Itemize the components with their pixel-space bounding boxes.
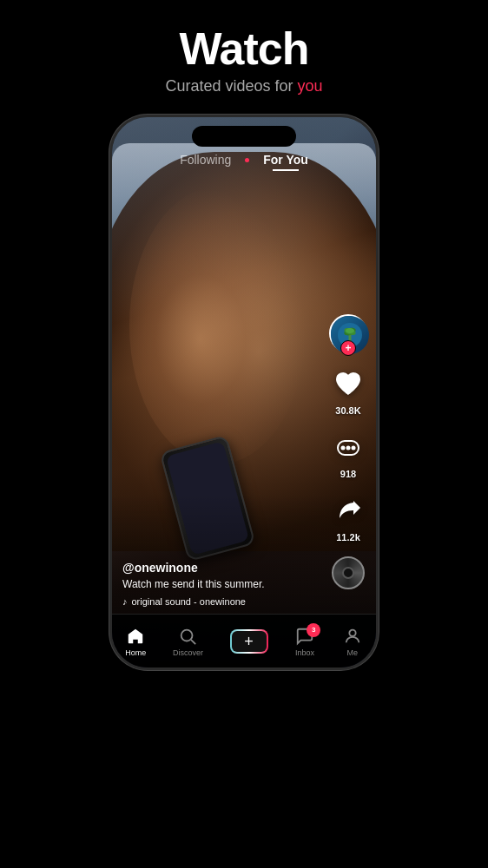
nav-discover[interactable]: Discover	[173, 626, 203, 657]
share-icon	[330, 493, 366, 529]
side-action-buttons: + 30.8K	[329, 314, 367, 589]
bottom-navigation: Home Discover +	[112, 614, 376, 667]
nav-home[interactable]: Home	[125, 626, 146, 657]
create-button[interactable]: +	[230, 629, 268, 654]
phone-mockup: Following For You	[0, 115, 488, 670]
video-info: @onewinone Watch me send it this summer.…	[122, 561, 324, 608]
subtitle: Curated videos for you	[0, 77, 488, 95]
video-username[interactable]: @onewinone	[122, 561, 324, 575]
svg-point-6	[346, 446, 351, 450]
video-top-nav: Following For You	[112, 152, 376, 168]
like-button[interactable]: 30.8K	[330, 366, 366, 416]
sound-info[interactable]: ♪ original sound - onewinone	[122, 596, 324, 607]
nav-me[interactable]: Me	[342, 626, 363, 657]
svg-line-10	[192, 640, 196, 644]
share-count: 11.2k	[336, 532, 360, 542]
inbox-label: Inbox	[295, 648, 314, 657]
for-you-tab[interactable]: For You	[263, 153, 308, 167]
inbox-badge: 3	[307, 623, 320, 637]
follow-plus-button[interactable]: +	[340, 340, 356, 356]
sound-label: original sound - onewinone	[132, 596, 246, 607]
like-count: 30.8K	[335, 405, 360, 416]
app-header: Watch Curated videos for you	[0, 0, 488, 106]
heart-icon	[330, 366, 366, 403]
scene-layer2	[129, 187, 307, 464]
subtitle-highlight: you	[298, 77, 323, 95]
home-icon	[125, 626, 146, 647]
comment-button[interactable]: 918	[330, 430, 366, 479]
nav-divider-dot	[245, 158, 249, 162]
nav-inbox[interactable]: 3 Inbox	[294, 626, 315, 657]
svg-point-4	[346, 328, 354, 333]
search-icon	[177, 626, 198, 647]
music-disc	[332, 556, 365, 589]
phone-notch	[192, 126, 296, 147]
svg-point-7	[352, 446, 356, 450]
svg-point-5	[341, 446, 346, 450]
phone-frame: Following For You	[109, 115, 379, 670]
music-disc-center	[342, 567, 354, 579]
me-label: Me	[346, 648, 358, 657]
following-tab[interactable]: Following	[180, 153, 231, 167]
comment-count: 918	[340, 469, 356, 479]
plus-icon: +	[244, 634, 254, 649]
svg-point-11	[349, 629, 355, 635]
home-label: Home	[125, 648, 146, 657]
active-tab-underline	[273, 169, 299, 171]
creator-avatar: +	[329, 314, 367, 352]
svg-point-9	[181, 629, 193, 641]
main-title: Watch	[0, 24, 488, 74]
comment-icon	[330, 430, 366, 466]
profile-icon	[342, 626, 363, 647]
inbox-icon-container: 3	[294, 626, 315, 647]
creator-avatar-item[interactable]: +	[329, 314, 367, 352]
music-disc-item[interactable]	[332, 556, 365, 589]
subtitle-text: Curated videos for	[165, 77, 297, 95]
discover-label: Discover	[173, 648, 203, 657]
video-caption: Watch me send it this summer.	[122, 578, 324, 592]
nav-create[interactable]: +	[230, 629, 268, 654]
share-button[interactable]: 11.2k	[330, 493, 366, 542]
music-note-icon: ♪	[122, 596, 128, 607]
